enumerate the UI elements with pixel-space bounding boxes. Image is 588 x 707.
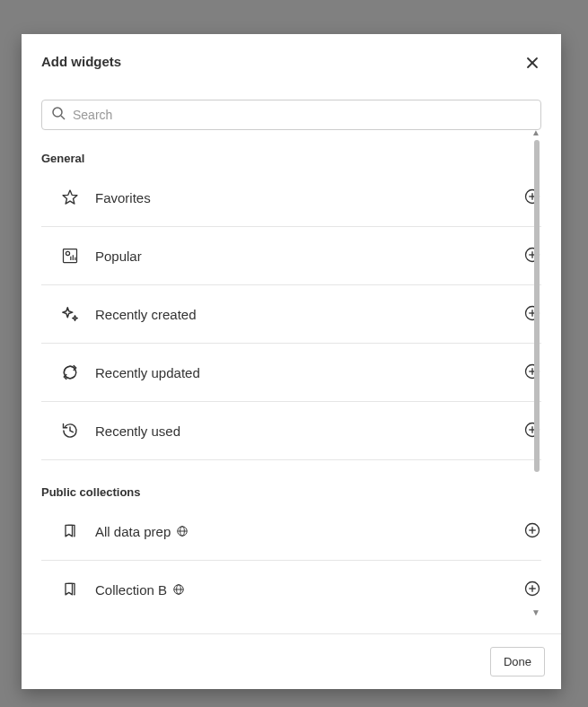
list-item: Collection B: [41, 561, 541, 618]
modal-body: General Favorites: [22, 83, 561, 633]
search-field[interactable]: [41, 100, 541, 130]
widget-label: All data prep: [95, 524, 523, 539]
list-item: Recently created: [41, 285, 541, 344]
scroll-up-arrow[interactable]: ▲: [531, 127, 540, 137]
popular-icon: [59, 245, 81, 266]
list-item: All data prep: [41, 502, 541, 561]
close-button[interactable]: [523, 54, 541, 74]
scrollbar-thumb[interactable]: [534, 140, 540, 472]
star-icon: [59, 187, 81, 208]
search-input[interactable]: [73, 108, 531, 122]
plus-circle-icon: [523, 521, 541, 542]
list-item: Recently used: [41, 402, 541, 460]
section-public-collections: Public collections All data prep: [41, 485, 541, 618]
widget-label: Recently updated: [95, 365, 523, 380]
list-item: Popular: [41, 227, 541, 285]
modal-header: Add widgets: [22, 34, 561, 83]
globe-icon: [176, 525, 189, 537]
refresh-icon: [59, 362, 81, 383]
modal-footer: Done: [22, 633, 561, 689]
widget-label: Favorites: [95, 190, 523, 205]
svg-rect-7: [64, 249, 77, 263]
widget-label: Popular: [95, 249, 523, 264]
widget-label: Recently created: [95, 307, 523, 322]
add-widgets-modal: Add widgets General: [22, 34, 561, 689]
collection-icon: [59, 520, 81, 542]
plus-circle-icon: [523, 580, 541, 600]
done-button[interactable]: Done: [490, 647, 545, 676]
modal-title: Add widgets: [41, 54, 121, 69]
svg-point-8: [66, 251, 69, 255]
svg-point-2: [53, 108, 62, 117]
list-item: Recently updated: [41, 344, 541, 402]
close-icon: [525, 59, 540, 73]
sparkle-icon: [59, 303, 81, 325]
scroll-down-arrow[interactable]: ▼: [531, 607, 540, 617]
section-general: General Favorites: [41, 152, 541, 460]
add-button[interactable]: [523, 521, 541, 542]
add-button[interactable]: [523, 580, 541, 600]
collection-icon: [59, 579, 81, 600]
list-item: Favorites: [41, 169, 541, 227]
search-icon: [51, 106, 73, 124]
section-title: Public collections: [41, 485, 541, 499]
widget-label: Collection B: [95, 582, 523, 598]
svg-line-3: [61, 116, 65, 119]
globe-icon: [172, 583, 185, 596]
history-icon: [59, 420, 81, 441]
widget-label: Recently used: [95, 423, 523, 439]
section-title: General: [41, 152, 541, 165]
